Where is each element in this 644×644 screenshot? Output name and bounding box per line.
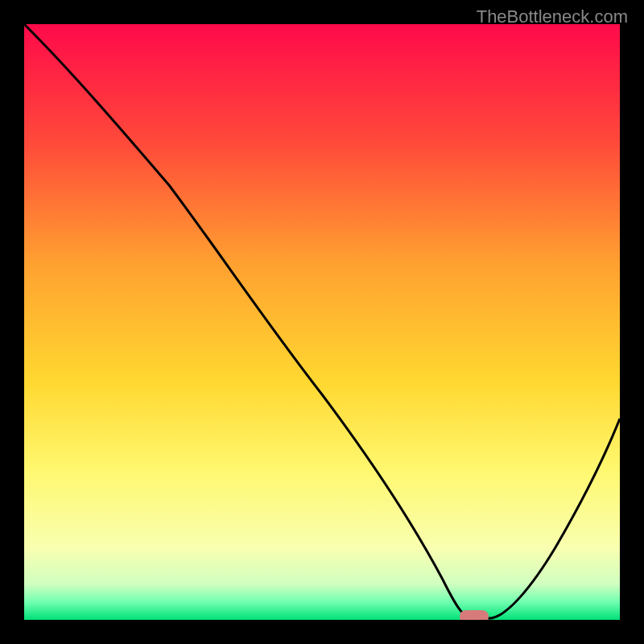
chart-marker	[460, 610, 489, 620]
curve-line	[24, 24, 620, 620]
chart-area	[24, 24, 620, 620]
watermark-text: TheBottleneck.com	[477, 6, 628, 27]
